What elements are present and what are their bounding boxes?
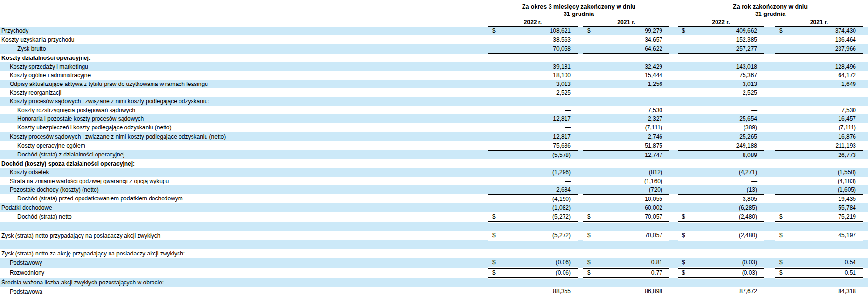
column-gap: [578, 71, 583, 80]
cell-value: 152,385: [736, 36, 757, 43]
column-gap: [764, 62, 775, 71]
cell-value: (6,285): [739, 204, 757, 211]
column-gap: [863, 258, 868, 268]
column-gap: [578, 35, 583, 44]
value-cell: 2,746: [583, 132, 669, 141]
column-gap: [578, 123, 583, 132]
value-cell: 2,327: [583, 114, 669, 123]
column-gap: [863, 240, 868, 249]
column-gap: [669, 71, 678, 80]
value-cell: 87,672: [678, 287, 764, 297]
column-gap: [764, 44, 775, 54]
column-gap: [578, 27, 583, 36]
cell-value: 70,058: [553, 45, 571, 52]
value-cell: (7,111): [775, 123, 863, 132]
column-gap: [669, 150, 678, 159]
cell-value: 8,089: [743, 152, 757, 158]
value-cell: [488, 240, 578, 249]
table-row: Koszty ubezpieczeń i koszty podlegające …: [0, 123, 868, 132]
value-cell: [775, 159, 863, 168]
value-cell: [678, 159, 764, 168]
column-gap: [863, 80, 868, 88]
column-gap: [863, 231, 868, 240]
column-gap: [764, 106, 775, 114]
column-gap: [578, 150, 583, 159]
value-cell: —: [583, 88, 669, 97]
cell-value: 12,747: [645, 152, 662, 158]
cell-value: (0.06): [556, 259, 571, 266]
value-cell: 75,367: [678, 71, 764, 80]
column-gap: [669, 168, 678, 177]
column-gap: [863, 212, 868, 222]
value-cell: $(2,480): [678, 231, 764, 240]
value-cell: $45,197: [775, 231, 863, 240]
value-cell: 25,265: [678, 132, 764, 141]
header-spacer: [669, 18, 678, 27]
cell-value: 34,657: [645, 36, 662, 43]
column-gap: [764, 80, 775, 88]
column-gap: [578, 97, 583, 106]
cell-value: 55,784: [838, 204, 856, 211]
column-gap: [578, 106, 583, 114]
value-cell: (4,190): [488, 194, 578, 203]
currency-symbol: $: [779, 27, 783, 35]
value-cell: —: [488, 106, 578, 114]
value-cell: 86,898: [583, 287, 669, 297]
cell-value: 75,636: [553, 142, 571, 149]
value-cell: [775, 249, 863, 258]
value-cell: $0.77: [583, 268, 669, 278]
column-gap: [863, 106, 868, 114]
table-row: Koszty odsetek(1,296)(812)(4,271)(1,550): [0, 168, 868, 177]
column-gap: [669, 159, 678, 168]
column-gap: [669, 27, 678, 36]
table-row: Podatki dochodowe(1,082)60,002(6,285)55,…: [0, 203, 868, 212]
column-gap: [578, 287, 583, 297]
column-gap: [578, 159, 583, 168]
row-label: Podstawowy: [0, 258, 488, 268]
column-gap: [669, 106, 678, 114]
cell-value: (1,550): [838, 169, 856, 176]
column-header-y-2021: 2021 r.: [775, 18, 863, 27]
column-gap: [764, 287, 775, 297]
value-cell: 12,747: [583, 150, 669, 159]
column-gap: [578, 141, 583, 150]
cell-value: (7,111): [839, 124, 856, 131]
column-gap: [669, 44, 678, 54]
value-cell: (1,296): [488, 168, 578, 177]
value-cell: (4,183): [775, 177, 863, 185]
cell-value: (4,183): [838, 178, 856, 184]
row-label: Koszty odsetek: [0, 168, 488, 177]
cell-value: (812): [649, 169, 662, 176]
row-label: Koszty uzyskania przychodu: [0, 35, 488, 44]
cell-value: 1,256: [648, 81, 662, 87]
column-gap: [669, 62, 678, 71]
cell-value: 2,327: [648, 115, 662, 122]
column-gap: [578, 80, 583, 88]
value-cell: 3,013: [488, 80, 578, 88]
value-cell: 211,193: [775, 141, 863, 150]
currency-symbol: $: [779, 269, 783, 277]
column-gap: [863, 168, 868, 177]
column-gap: [578, 54, 583, 62]
column-gap: [764, 212, 775, 222]
column-gap: [863, 35, 868, 44]
currency-symbol: $: [492, 231, 496, 240]
cell-value: 12,817: [553, 115, 571, 122]
column-header-q-2022: 2022 r.: [488, 18, 578, 27]
value-cell: [775, 278, 863, 287]
year-header-row: 2022 r. 2021 r. 2022 r. 2021 r.: [0, 18, 868, 27]
cell-value: (13): [747, 186, 757, 193]
column-gap: [578, 44, 583, 54]
header-spacer: [863, 18, 868, 27]
value-cell: [488, 159, 578, 168]
value-cell: $(0.06): [488, 258, 578, 268]
value-cell: $(0.03): [678, 258, 764, 268]
table-row: Koszty sprzedaży i marketingu39,18132,42…: [0, 62, 868, 71]
column-gap: [764, 150, 775, 159]
spacer-row: [0, 240, 868, 249]
header-spacer: [764, 18, 775, 27]
row-label: Przychody: [0, 27, 488, 36]
currency-symbol: $: [587, 212, 591, 221]
column-gap: [669, 278, 678, 287]
value-cell: 16,457: [775, 114, 863, 123]
